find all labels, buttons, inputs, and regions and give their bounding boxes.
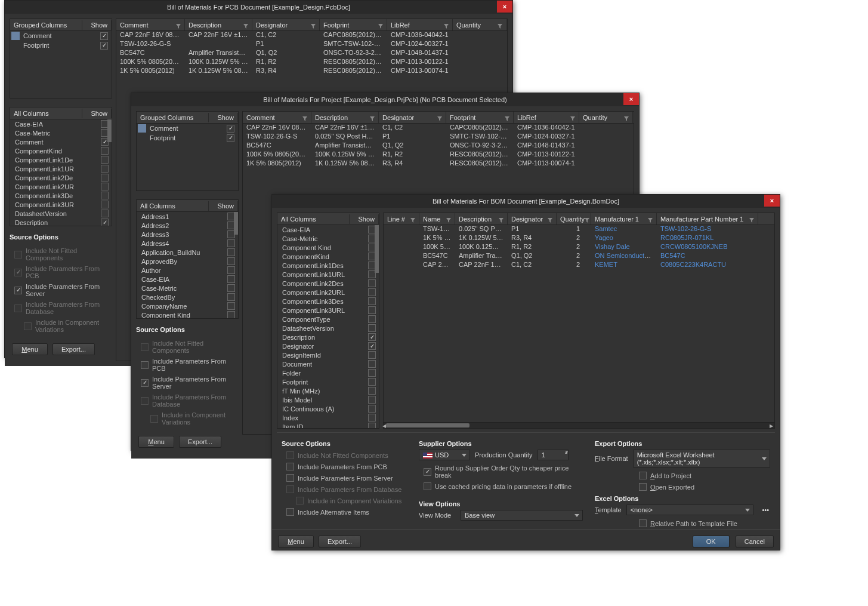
allcols-item[interactable]: Case-Metric	[10, 128, 112, 137]
show-checkbox[interactable]	[101, 183, 109, 190]
show-checkbox[interactable]	[101, 174, 109, 182]
allcols-item[interactable]: Case-Metric	[137, 284, 238, 293]
allcols-item[interactable]: ComponentKind	[10, 146, 112, 155]
show-checkbox[interactable]	[368, 324, 376, 332]
grid-column-header[interactable]: Description	[185, 19, 252, 30]
show-checkbox[interactable]	[368, 288, 376, 296]
cell-link[interactable]: CRCW0805100KJNEB	[660, 243, 728, 250]
grid-column-header[interactable]: Designator	[379, 112, 446, 123]
show-checkbox[interactable]	[100, 32, 108, 40]
allcols-col-header[interactable]: All Columns	[137, 201, 209, 211]
grouped-item[interactable]: Comment	[137, 124, 238, 133]
filter-icon[interactable]	[585, 217, 589, 222]
allcols-item[interactable]: Address2	[137, 221, 238, 230]
grid-row[interactable]: BC547CAmplifier Transistor, NPIQ1, Q2ONS…	[116, 49, 507, 58]
allcols-item[interactable]: Address3	[137, 230, 238, 239]
template-select[interactable]: <none>	[626, 505, 754, 515]
all-columns-list[interactable]: All Columns Show Case-EIACase-MetricComp…	[277, 213, 379, 429]
grouped-columns-list[interactable]: Grouped Columns Show CommentFootprint	[136, 111, 239, 191]
filter-icon[interactable]	[243, 23, 248, 27]
allcols-item[interactable]: ComponentLink3De	[10, 191, 112, 200]
grid-row[interactable]: 1K 5% 0805(21K 0.125W 5% 0805R3, R42Yage…	[384, 234, 774, 243]
show-checkbox[interactable]	[368, 405, 376, 413]
cell-link[interactable]: C0805C223K4RACTU	[660, 261, 726, 268]
allcols-item[interactable]: Item ID	[277, 422, 379, 428]
roundup-checkbox[interactable]	[424, 468, 431, 476]
filter-icon[interactable]	[505, 115, 509, 120]
allcols-item[interactable]: ComponentLink1De	[10, 155, 112, 164]
source-option[interactable]: Include Parameters From Server	[136, 374, 239, 392]
show-checkbox[interactable]	[368, 378, 376, 386]
grid-row[interactable]: 1K 5% 0805(2012)1K 0.125W 5% 0805 (201R3…	[243, 159, 634, 168]
allcols-item[interactable]: Component Kind	[137, 310, 238, 318]
allcols-item[interactable]: Index	[277, 413, 379, 422]
allcols-item[interactable]: DatasheetVersion	[10, 209, 112, 218]
grouped-col-header[interactable]: Grouped Columns	[137, 113, 209, 122]
bom-grid[interactable]: Line #NameDescriptionDesignatorQuantityM…	[383, 213, 775, 429]
allcols-item[interactable]: ComponentLink2URL	[277, 288, 379, 297]
allcols-item[interactable]: ComponentLink3Des	[277, 297, 379, 306]
show-checkbox[interactable]	[227, 257, 235, 265]
grouped-show-header[interactable]: Show	[82, 20, 112, 30]
filter-icon[interactable]	[437, 115, 442, 120]
show-checkbox[interactable]	[227, 293, 235, 301]
allcols-item[interactable]: ComponentLink1Des	[277, 261, 379, 270]
show-checkbox[interactable]	[227, 266, 235, 274]
show-checkbox[interactable]	[227, 239, 235, 247]
grid-row[interactable]: 100K 5% 0805100K 0.125W 5% 08R1, R22Vish…	[384, 243, 774, 252]
filter-icon[interactable]	[370, 115, 375, 120]
show-checkbox[interactable]	[101, 192, 109, 199]
allcols-item[interactable]: Ibis Model	[277, 395, 379, 404]
show-checkbox[interactable]	[100, 42, 108, 50]
grouped-item[interactable]: Footprint	[10, 41, 112, 50]
allcols-show-header[interactable]: Show	[209, 201, 238, 211]
grid-column-header[interactable]: Footprint	[446, 112, 514, 123]
grid-row[interactable]: CAP 22nF 16V 0805(2012CAP 22nF 16V ±10% …	[116, 31, 507, 40]
grid-row[interactable]: 100K 5% 0805(2012)100K 0.125W 5% 0805 (2…	[116, 58, 507, 67]
allcols-item[interactable]: Comment	[10, 137, 112, 146]
filter-icon[interactable]	[302, 115, 307, 120]
cell-link[interactable]: BC547C	[660, 252, 685, 259]
cell-link[interactable]: RC0805JR-071KL	[660, 234, 713, 241]
allcols-item[interactable]: Description	[10, 218, 112, 226]
close-button[interactable]: ×	[497, 1, 512, 13]
show-checkbox[interactable]	[227, 302, 235, 310]
option-checkbox[interactable]	[286, 474, 294, 482]
allcols-item[interactable]: Author	[137, 266, 238, 275]
grid-row[interactable]: 100K 5% 0805(2012)100K 0.125W 5% 0805 (2…	[243, 150, 634, 159]
grid-row[interactable]: BC547CAmplifier TransistoQ1, Q22ON Semic…	[384, 252, 774, 261]
allcols-col-header[interactable]: All Columns	[277, 214, 350, 224]
open-exported-checkbox[interactable]	[639, 483, 647, 491]
show-checkbox[interactable]	[368, 369, 376, 377]
show-checkbox[interactable]	[101, 201, 109, 208]
allcols-item[interactable]: ComponentLink1URL	[277, 270, 379, 279]
grid-column-header[interactable]: Description	[455, 213, 508, 224]
grid-column-header[interactable]: Quantity	[557, 213, 591, 224]
option-checkbox[interactable]	[286, 463, 294, 470]
show-checkbox[interactable]	[368, 342, 376, 350]
allcols-item[interactable]: Footprint	[277, 377, 379, 386]
cell-link[interactable]: Yageo	[595, 234, 613, 241]
grouped-col-header[interactable]: Grouped Columns	[10, 20, 82, 30]
grid-column-header[interactable]: Manufacturer Part Number 1	[657, 213, 758, 224]
allcols-item[interactable]: ComponentLink2Des	[277, 279, 379, 288]
grid-row[interactable]: TSW-102-26-0.025" SQ Post HeaP11SamtecTS…	[384, 225, 774, 234]
filter-icon[interactable]	[499, 217, 503, 222]
show-checkbox[interactable]	[101, 156, 109, 164]
show-checkbox[interactable]	[101, 165, 109, 173]
grid-row[interactable]: TSW-102-26-G-SP1SMTC-TSW-102-26-XX-SCMP-…	[116, 40, 507, 49]
grid-column-header[interactable]: LibRef	[514, 112, 579, 123]
allcols-item[interactable]: Folder	[277, 368, 379, 377]
show-checkbox[interactable]	[368, 279, 376, 287]
allcols-item[interactable]: Document	[277, 359, 379, 368]
filter-icon[interactable]	[410, 217, 415, 222]
menu-button[interactable]: Menu	[278, 536, 314, 547]
grouped-item[interactable]: Footprint	[137, 133, 238, 143]
filter-icon[interactable]	[498, 23, 502, 27]
close-button[interactable]: ×	[623, 93, 639, 105]
all-columns-list[interactable]: All Columns Show Address1Address2Address…	[136, 199, 239, 319]
grid-column-header[interactable]: Quantity	[579, 112, 633, 123]
allcols-show-header[interactable]: Show	[350, 214, 379, 224]
grid-column-header[interactable]: Description	[311, 112, 379, 123]
allcols-item[interactable]: Case-EIA	[277, 225, 379, 234]
